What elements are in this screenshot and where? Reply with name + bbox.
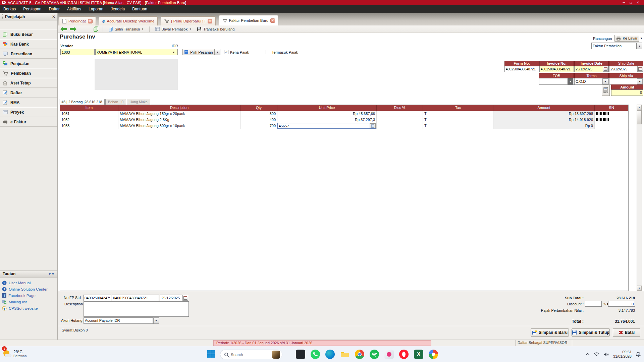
search-highlight-image[interactable]	[272, 351, 280, 359]
tab-close-icon[interactable]: ✕	[270, 18, 275, 23]
form-no-input[interactable]	[504, 66, 539, 72]
pilih-pesanan-dropdown-icon[interactable]: ▼	[215, 49, 220, 55]
sidebar-item-penjualan[interactable]: Penjualan	[0, 59, 57, 68]
maximize-icon[interactable]: □	[630, 1, 632, 4]
calculator-button[interactable]	[602, 84, 610, 96]
tab-pengingat[interactable]: Pengingat ✕	[59, 16, 96, 25]
tab-close-icon[interactable]: ✕	[88, 19, 93, 23]
tab-faktur-pembelian-baru[interactable]: Faktur Pembelian Baru ✕	[219, 15, 279, 25]
menu-aktifitas[interactable]: Aktifitas	[67, 7, 81, 11]
ship-date-calendar-icon[interactable]	[637, 66, 643, 72]
no-fp-date-input[interactable]	[160, 295, 182, 301]
col-header-description[interactable]: Description	[118, 105, 240, 111]
sidebar-item-proyek[interactable]: Proyek	[0, 107, 57, 117]
ship-via-dropdown-icon[interactable]: ▼	[637, 78, 643, 84]
search-input[interactable]	[231, 353, 264, 357]
taskbar-search[interactable]	[220, 350, 282, 359]
app-icon-console[interactable]	[296, 350, 305, 359]
tab-uang-muka[interactable]: Uang Muka	[127, 99, 150, 105]
salin-transaksi-button[interactable]: Salin Transaksi ▼	[107, 26, 145, 32]
col-header-item[interactable]: Item	[60, 105, 118, 111]
double-chevron-down-icon[interactable]: ▼▼	[48, 272, 55, 276]
cell-disc[interactable]	[377, 117, 423, 123]
menu-laporan[interactable]: Laporan	[89, 7, 103, 11]
table-scrollbar[interactable]: ▲ ▼	[637, 105, 642, 291]
col-header-disc[interactable]: Disc %	[377, 105, 423, 111]
no-fp-calendar-icon[interactable]	[182, 295, 188, 301]
app-icon-snip-tool[interactable]	[384, 350, 394, 359]
simpan-baru-button[interactable]: Simpan & Baru	[531, 328, 569, 337]
description-textarea[interactable]	[84, 301, 189, 317]
scrollbar-thumb[interactable]	[637, 110, 642, 124]
sidebar-item-buku-besar[interactable]: Buku Besar	[0, 29, 57, 39]
menu-bantuan[interactable]: Bantuan	[132, 7, 147, 11]
termasuk-pajak-checkbox[interactable]	[266, 50, 270, 54]
lookup-button[interactable]	[370, 123, 376, 128]
akun-hutang-select[interactable]: Account Payable IDR	[84, 317, 153, 324]
cell-qty[interactable]: 700	[240, 123, 277, 129]
sidebar-item-e-faktur[interactable]: e-Faktur	[0, 117, 57, 127]
akun-hutang-dropdown-icon[interactable]: ▼	[153, 317, 159, 324]
notification-bell-icon[interactable]: z	[636, 352, 641, 357]
cell-disc[interactable]	[377, 123, 423, 129]
ke-layar-button[interactable]: Ke Layar	[614, 35, 639, 42]
cell-description[interactable]: MAMAYA Bihun Jagung 2.8Kg	[118, 117, 240, 123]
app-icon-opera[interactable]	[399, 350, 409, 359]
app-icon-file-explorer[interactable]	[340, 350, 350, 359]
tautan-header[interactable]: Tautan ▼▼	[0, 270, 57, 278]
cell-qty[interactable]: 300	[240, 111, 277, 117]
tab-accurate-desktop-welcome[interactable]: e Accurate Desktop Welcome	[99, 16, 158, 25]
app-icon-whatsapp[interactable]	[311, 350, 320, 359]
sidebar-item-kas-bank[interactable]: Kas Bank	[0, 39, 57, 49]
vendor-name-select[interactable]	[95, 49, 178, 55]
forward-icon[interactable]	[70, 27, 76, 32]
menu-persiapan[interactable]: Persiapan	[23, 7, 41, 11]
tray-chevron-up-icon[interactable]	[586, 353, 590, 356]
taskbar-clock[interactable]: 09:51 31/01/2026	[613, 350, 632, 359]
simpan-tutup-button[interactable]: Simpan & Tutup	[572, 328, 610, 337]
cell-sn[interactable]	[595, 123, 628, 129]
col-header-amount[interactable]: Amount	[493, 105, 595, 111]
no-fp-input-2[interactable]	[112, 295, 159, 301]
cell-amount[interactable]: Rp 13.697.298	[493, 111, 595, 117]
cell-tax[interactable]: T	[423, 123, 493, 129]
wifi-icon[interactable]	[594, 352, 599, 356]
chevron-down-icon[interactable]: ▼	[142, 28, 144, 30]
link-facebook-page[interactable]: f Facebook Page	[2, 292, 57, 299]
amount-field[interactable]: 0	[611, 89, 643, 96]
invoice-no-input[interactable]	[539, 66, 574, 72]
tab-close-icon[interactable]: ✕	[208, 19, 212, 23]
close-icon[interactable]: ✕	[637, 1, 639, 4]
cell-item[interactable]: 1051	[60, 111, 118, 117]
scroll-down-icon[interactable]: ▼	[637, 286, 642, 291]
cell-unit-price[interactable]: Rp 37.297,3	[277, 117, 377, 123]
table-row[interactable]: 1052 MAMAYA Bihun Jagung 2.8Kg 400 Rp 37…	[60, 117, 628, 123]
sidebar-item-aset-tetap[interactable]: Aset Tetap	[0, 78, 57, 88]
scroll-up-icon[interactable]: ▲	[637, 105, 642, 110]
app-icon-spotify[interactable]	[370, 350, 379, 359]
chevron-down-icon[interactable]: ▼	[189, 28, 192, 30]
link-mailing-list[interactable]: Mailing list	[2, 299, 57, 305]
app-icon-excel[interactable]: X	[414, 350, 423, 359]
no-fp-input-1[interactable]	[83, 295, 111, 301]
terms-dropdown-icon[interactable]: ▼	[602, 78, 608, 84]
vendor-dropdown-arrow-icon[interactable]: ▼	[172, 51, 175, 54]
tab-perlu-diperbarui[interactable]: [ Perlu Diperbarui ! ] ✕	[161, 16, 215, 25]
cell-unit-price-editing[interactable]	[277, 123, 377, 129]
vendor-code-input[interactable]	[60, 49, 95, 55]
table-row[interactable]: 1053 MAMAYA Bihun Jagung 300gr x 10pack …	[60, 123, 628, 129]
sidebar-item-daftar[interactable]: Daftar	[0, 88, 57, 98]
kena-pajak-checkbox[interactable]: ✓	[224, 50, 228, 54]
link-user-manual[interactable]: ? User Manual	[2, 280, 57, 286]
copy-icon[interactable]	[93, 26, 99, 32]
fob-dropdown-icon[interactable]: ▼	[568, 78, 573, 84]
cell-disc[interactable]	[377, 111, 423, 117]
cell-description[interactable]: MAMAYA Bihun Jagung 150gr x 20pack	[118, 111, 240, 117]
tab-beban[interactable]: Beban 0	[105, 99, 126, 105]
cell-amount[interactable]: Rp 14.918.920	[493, 117, 595, 123]
cell-description[interactable]: MAMAYA Bihun Jagung 300gr x 10pack	[118, 123, 240, 129]
link-online-solution-center[interactable]: ? Online Solution Center	[2, 286, 57, 292]
start-button[interactable]	[207, 350, 216, 359]
bayar-pemasok-button[interactable]: Bayar Pemasok ▼	[154, 26, 193, 32]
discount-amount-input[interactable]	[608, 301, 635, 307]
